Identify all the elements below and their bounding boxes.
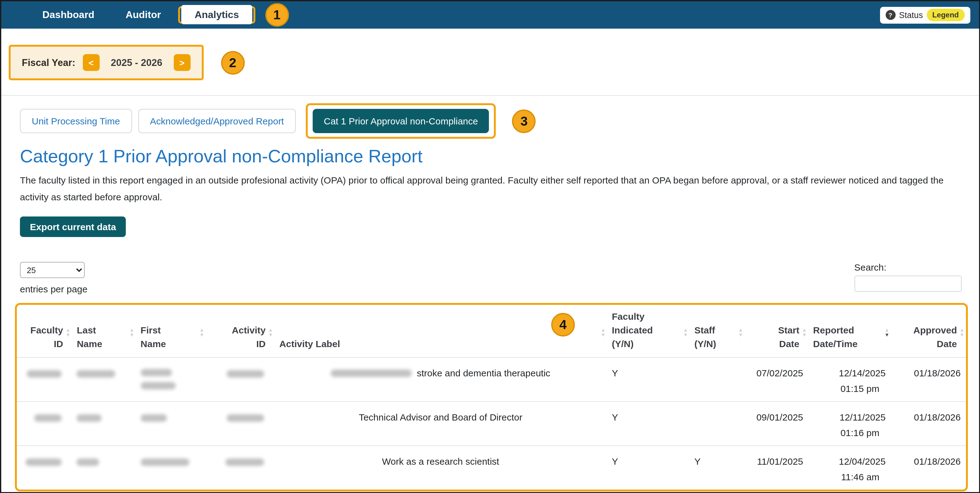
faculty-indicated-cell: Y (607, 401, 689, 446)
column-header-activity-id[interactable]: Activity ID ▲▼ (205, 305, 274, 357)
redacted-text (331, 369, 412, 377)
sort-icon[interactable]: ▲▼ (199, 328, 204, 337)
entries-per-page-label: entries per page (20, 284, 88, 294)
column-label: First Name (140, 323, 166, 351)
last-name-cell-redacted (72, 446, 136, 490)
fiscal-year-label: Fiscal Year: (22, 57, 75, 68)
search-input[interactable] (854, 276, 961, 292)
activity-label-text: stroke and dementia therapeutic (417, 365, 550, 381)
approved-date-cell: 01/18/2026 (891, 401, 966, 446)
column-header-first-name[interactable]: First Name ▲▼ (135, 305, 205, 357)
callout-2: 2 (221, 51, 245, 75)
legend-badge[interactable]: Legend (927, 9, 964, 21)
sort-icon[interactable]: ▲▼ (66, 328, 71, 337)
reported-datetime-cell: 12/14/2025 01:15 pm (808, 357, 891, 401)
column-label: Activity ID (232, 323, 266, 351)
start-date-cell: 11/01/2025 (744, 446, 808, 490)
section-divider (1, 95, 979, 96)
top-navbar: Dashboard Auditor Analytics 1 ? Status L… (1, 1, 979, 29)
reported-date: 12/14/2025 (813, 365, 886, 381)
column-header-staff[interactable]: Staff (Y/N) ▲▼ (689, 305, 745, 357)
activity-id-cell-redacted (205, 401, 274, 446)
column-label: Reported Date/Time (813, 323, 858, 351)
first-name-cell-redacted (135, 357, 205, 401)
help-icon: ? (885, 10, 895, 20)
column-header-start-date[interactable]: Start Date ▲▼ (744, 305, 808, 357)
sort-icon[interactable]: ▲▼ (268, 328, 273, 337)
reported-datetime-cell: 12/04/2025 11:46 am (808, 446, 891, 490)
table-row: Work as a research scientist Y Y 11/01/2… (17, 446, 966, 490)
annotation-box-analytics: Analytics (178, 6, 255, 24)
fiscal-year-prev-button[interactable]: < (83, 54, 100, 71)
activity-id-cell-redacted (205, 357, 274, 401)
status-legend-button[interactable]: ? Status Legend (880, 6, 970, 23)
sort-icon[interactable]: ▲▼ (959, 328, 964, 337)
column-header-last-name[interactable]: Last Name ▲▼ (72, 305, 136, 357)
nav-item-auditor[interactable]: Auditor (126, 10, 161, 21)
search-block: Search: (854, 262, 961, 294)
column-label: Faculty ID (30, 323, 63, 351)
tab-unit-processing-time[interactable]: Unit Processing Time (20, 109, 132, 133)
callout-1: 1 (265, 3, 289, 27)
column-header-faculty-id[interactable]: Faculty ID ▲▼ (17, 305, 72, 357)
reported-date: 12/11/2025 (813, 409, 886, 425)
column-label: Activity Label (279, 337, 340, 351)
sort-icon[interactable]: ▲▼ (130, 328, 135, 337)
staff-indicated-cell (689, 357, 745, 401)
sort-icon[interactable]: ▲▼ (683, 328, 688, 337)
activity-label-cell: stroke and dementia therapeutic (274, 357, 607, 401)
last-name-cell-redacted (72, 357, 136, 401)
staff-indicated-cell (689, 401, 745, 446)
column-label: Start Date (778, 323, 799, 351)
faculty-indicated-cell: Y (607, 446, 689, 490)
page-size-select[interactable]: 25 (20, 262, 85, 278)
annotation-box-table: 4 Faculty ID ▲▼ Last Name (15, 303, 967, 491)
column-label: Last Name (77, 323, 102, 351)
reported-datetime-cell: 12/11/2025 01:16 pm (808, 401, 891, 446)
fiscal-year-value: 2025 - 2026 (107, 57, 166, 68)
approved-date-cell: 01/18/2026 (891, 446, 966, 490)
column-label: Faculty Indicated (Y/N) (612, 310, 653, 351)
reported-time: 01:16 pm (813, 425, 886, 441)
callout-3: 3 (512, 109, 536, 133)
tab-acknowledged-approved-report[interactable]: Acknowledged/Approved Report (138, 109, 296, 133)
annotation-box-cat1-tab: Cat 1 Prior Approval non-Compliance (306, 103, 496, 139)
status-label: Status (899, 10, 923, 20)
app-window: Dashboard Auditor Analytics 1 ? Status L… (0, 0, 980, 493)
table-header: Faculty ID ▲▼ Last Name ▲▼ First Name ▲▼ (17, 305, 966, 357)
sort-icon[interactable]: ▲▼ (802, 328, 807, 337)
reported-date: 12/04/2025 (813, 453, 886, 469)
export-data-button[interactable]: Export current data (20, 217, 126, 237)
column-label: Approved Date (913, 323, 957, 351)
reported-time: 01:15 pm (813, 381, 886, 396)
start-date-cell: 09/01/2025 (744, 401, 808, 446)
sort-icon-descending-active[interactable]: ▲▼ (885, 328, 889, 337)
table-body: stroke and dementia therapeutic Y 07/02/… (17, 357, 966, 490)
start-date-cell: 07/02/2025 (744, 357, 808, 401)
first-name-cell-redacted (135, 446, 205, 490)
faculty-id-cell-redacted (17, 401, 72, 446)
approved-date-cell: 01/18/2026 (891, 357, 966, 401)
nav-item-analytics[interactable]: Analytics (181, 5, 252, 24)
first-name-cell-redacted (135, 401, 205, 446)
activity-label-cell: Work as a research scientist (274, 446, 607, 490)
sort-icon[interactable]: ▲▼ (738, 328, 743, 337)
activity-id-cell-redacted (205, 446, 274, 490)
sort-icon[interactable]: ▲▼ (601, 328, 606, 337)
faculty-id-cell-redacted (17, 357, 72, 401)
column-header-faculty-indicated[interactable]: Faculty Indicated (Y/N) ▲▼ (607, 305, 689, 357)
last-name-cell-redacted (72, 401, 136, 446)
table-row: Technical Advisor and Board of Director … (17, 401, 966, 446)
column-header-approved-date[interactable]: Approved Date ▲▼ (891, 305, 966, 357)
activity-label-cell: Technical Advisor and Board of Director (274, 401, 607, 446)
staff-indicated-cell: Y (689, 446, 745, 490)
page-description: The faculty listed in this report engage… (20, 172, 948, 205)
faculty-indicated-cell: Y (607, 357, 689, 401)
nav-item-dashboard[interactable]: Dashboard (42, 10, 94, 21)
column-header-reported-datetime[interactable]: Reported Date/Time ▲▼ (808, 305, 891, 357)
fiscal-year-next-button[interactable]: > (173, 54, 190, 71)
main-content: Unit Processing Time Acknowledged/Approv… (1, 103, 979, 491)
tab-cat1-prior-approval[interactable]: Cat 1 Prior Approval non-Compliance (313, 109, 489, 133)
callout-4: 4 (551, 313, 575, 336)
annotation-box-fiscal-year: Fiscal Year: < 2025 - 2026 > (9, 45, 204, 80)
